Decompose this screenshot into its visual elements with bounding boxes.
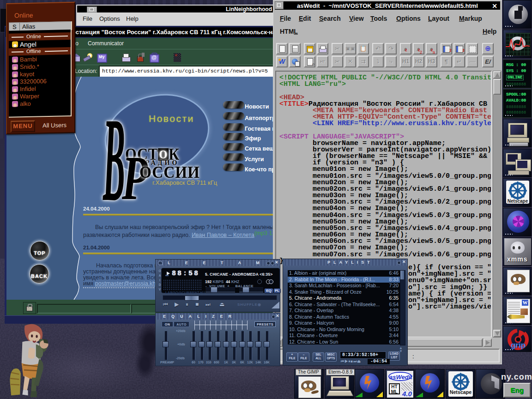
svg-text:grip: grip [511, 341, 526, 350]
svg-text:Netscape: Netscape [508, 199, 528, 204]
svg-text:Netscape: Netscape [450, 389, 472, 395]
